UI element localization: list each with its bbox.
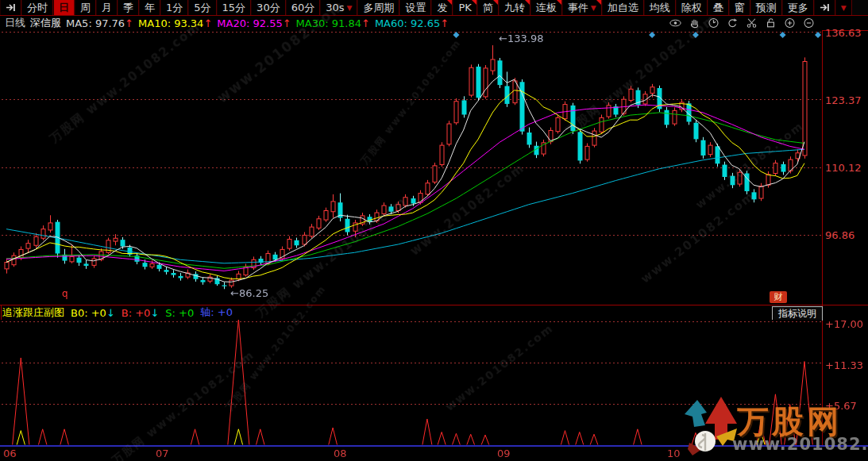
- toolbar-button-add-watchlist[interactable]: 加自选: [602, 0, 644, 15]
- toolbar-button-quarter[interactable]: 季: [118, 0, 139, 15]
- toolbar-button-fa[interactable]: 发: [431, 0, 453, 15]
- sub-header-item-4: 轴: +0: [200, 305, 233, 320]
- lock-icon[interactable]: [764, 17, 777, 29]
- toolbar-button-jian[interactable]: 简: [477, 0, 499, 15]
- toolbar-button-chuquan[interactable]: 除权: [676, 0, 708, 15]
- sub-indicator-header: 追涨跟庄副图B0: +0↓B: +0↓S: +0轴: +0: [2, 306, 239, 319]
- ma-readout-1: MA10: 93.34↑: [138, 17, 212, 29]
- toolbar-button-junxian[interactable]: 均线: [644, 0, 676, 15]
- y-axis-tick-136.63: 136.63: [825, 27, 862, 39]
- up-arrow-icon: ↑: [125, 17, 133, 29]
- toolbar-button-die[interactable]: 叠: [708, 0, 729, 15]
- caikuang-badge[interactable]: 财: [770, 291, 787, 303]
- x-axis-tick-07: 07: [156, 448, 169, 459]
- trading-terminal-window: 分时日周月季年1分5分15分30分60分30s▼多周期设置发PK简九转连板事件▼…: [0, 0, 868, 461]
- toolbar-button-goto-end[interactable]: [814, 0, 835, 15]
- toolbar-button-fenshi[interactable]: 分时: [21, 0, 53, 15]
- down-arrow-icon: ↓: [106, 307, 115, 319]
- toolbar-button-min60[interactable]: 60分: [286, 0, 321, 15]
- down-arrow-icon: ↓: [150, 307, 159, 319]
- toolbar-button-lianban[interactable]: 连板: [530, 0, 562, 15]
- clock-icon[interactable]: [707, 17, 720, 29]
- toolbar-button-min1[interactable]: 1分: [160, 0, 188, 15]
- toolbar-end-pad: [852, 0, 868, 15]
- sub-header-item-2: B: +0↓: [122, 307, 160, 319]
- ma-readout-4: MA60: 92.65↑: [375, 17, 449, 29]
- y-axis-tick-+17.00: +17.00: [825, 318, 863, 330]
- sub-header-item-1: B0: +0↓: [71, 307, 115, 319]
- toolbar-button-more[interactable]: 更多: [782, 0, 814, 15]
- toolbar-button-min15[interactable]: 15分: [217, 0, 252, 15]
- y-axis-tick-110.12: 110.12: [825, 162, 862, 174]
- toolbar-button-year[interactable]: 年: [139, 0, 160, 15]
- toolbar-button-jiuzhuan[interactable]: 九转: [499, 0, 530, 15]
- toolbar-button-day[interactable]: 日: [53, 0, 75, 15]
- ma-readout-3: MA30: 91.84↑: [296, 17, 370, 29]
- y-axis-tick-96.86: 96.86: [825, 229, 854, 241]
- toolbar-button-goto-start[interactable]: [0, 0, 21, 15]
- sub-header-item-3: S: +0: [165, 307, 194, 319]
- chart-right-border: [822, 30, 823, 446]
- scissors-icon[interactable]: [745, 17, 758, 29]
- ma-readout-0: MA5: 97.76↑: [66, 17, 133, 29]
- pane-separator: [0, 305, 868, 305]
- ma-readout-2: MA20: 92.55↑: [217, 17, 291, 29]
- y-axis-tick-+11.33: +11.33: [825, 359, 863, 371]
- sub-indicator-canvas[interactable]: [0, 320, 822, 445]
- period-toolbar: 分时日周月季年1分5分15分30分60分30s▼多周期设置发PK简九转连板事件▼…: [0, 0, 868, 15]
- zoom-out-icon[interactable]: [802, 17, 816, 29]
- up-arrow-icon: ↑: [283, 17, 291, 29]
- x-axis-tick-09: 09: [497, 448, 511, 459]
- toolbar-button-expand[interactable]: ▼: [835, 0, 852, 15]
- indicator-help-button[interactable]: 指标说明: [772, 306, 823, 321]
- x-axis-tick-10: 10: [667, 448, 681, 459]
- zoom-in-icon[interactable]: [783, 17, 797, 29]
- period-label: 日线: [5, 16, 25, 30]
- toolbar-button-settings[interactable]: 设置: [399, 0, 431, 15]
- toolbar-button-week[interactable]: 周: [75, 0, 96, 15]
- undo-icon[interactable]: [726, 17, 739, 29]
- stock-name: 深信服: [30, 16, 61, 30]
- toolbar-button-sec30[interactable]: 30s▼: [320, 0, 357, 15]
- hand-icon[interactable]: [688, 17, 701, 29]
- up-arrow-icon: ↑: [203, 17, 212, 29]
- x-axis-tick-08: 08: [334, 448, 347, 459]
- toolbar-button-shijian[interactable]: 事件▼: [562, 0, 602, 15]
- toolbar-button-min5[interactable]: 5分: [188, 0, 216, 15]
- toolbar-button-multi-period[interactable]: 多周期: [357, 0, 399, 15]
- eye-icon[interactable]: [669, 17, 682, 29]
- up-arrow-icon: ↑: [440, 17, 449, 29]
- toolbar-button-month[interactable]: 月: [96, 0, 118, 15]
- y-axis-tick-123.37: 123.37: [825, 94, 862, 106]
- toolbar-button-yuce[interactable]: 预测: [750, 0, 782, 15]
- ma-values: MA5: 97.76↑MA10: 93.34↑MA20: 92.55↑MA30:…: [61, 17, 449, 29]
- up-arrow-icon: ↑: [361, 17, 370, 29]
- sub-header-item-0: 追涨跟庄副图: [2, 305, 64, 320]
- bottom-axis-line: [0, 445, 868, 447]
- y-axis-tick-+5.67: +5.67: [825, 400, 857, 412]
- toolbar-button-pk[interactable]: PK: [453, 0, 476, 15]
- toolbar-button-min30[interactable]: 30分: [251, 0, 286, 15]
- x-axis-tick-06: 06: [3, 448, 17, 459]
- candlestick-chart-canvas[interactable]: [0, 30, 822, 305]
- chart-tools-strip: [669, 17, 816, 29]
- toolbar-button-chuang[interactable]: 窗: [729, 0, 750, 15]
